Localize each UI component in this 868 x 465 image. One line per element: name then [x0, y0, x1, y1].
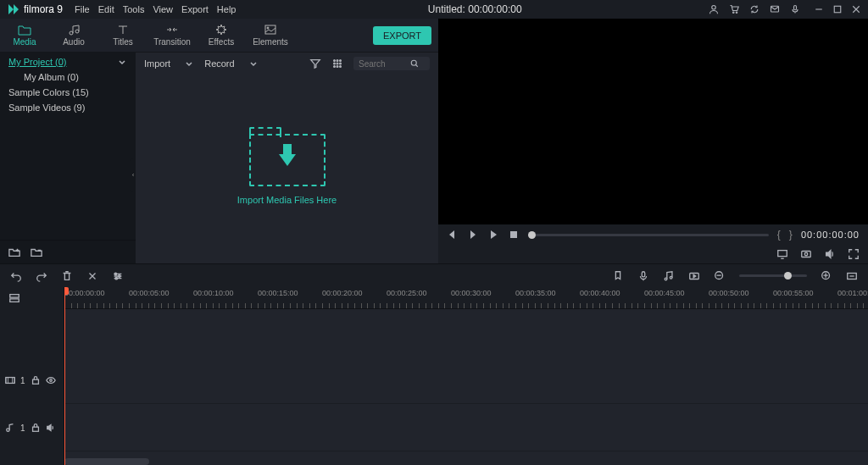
audio-track[interactable]	[64, 404, 868, 451]
stop-icon[interactable]	[508, 229, 520, 241]
mic-icon[interactable]	[790, 4, 800, 14]
tab-titles[interactable]: Titles	[98, 19, 147, 52]
record-dropdown[interactable]: Record	[204, 58, 258, 69]
visibility-icon[interactable]	[46, 375, 56, 385]
tab-transition[interactable]: Transition	[147, 19, 197, 52]
menu-help[interactable]: Help	[217, 4, 236, 14]
menu-view[interactable]: View	[153, 4, 173, 14]
chevron-down-icon	[248, 58, 259, 69]
tree-actions	[0, 240, 136, 263]
refresh-icon[interactable]	[749, 4, 760, 14]
step-back-icon[interactable]	[467, 229, 479, 241]
preview-viewport[interactable]	[438, 19, 868, 224]
tree-sample-colors[interactable]: Sample Colors (15)	[0, 85, 136, 100]
svg-point-26	[115, 277, 118, 280]
zoom-in-icon[interactable]	[821, 270, 832, 282]
svg-rect-20	[510, 231, 517, 238]
svg-point-10	[334, 60, 336, 62]
filter-icon[interactable]	[309, 58, 321, 69]
tree-videos-label: Sample Videos (9)	[8, 102, 85, 113]
audio-mixer-icon[interactable]	[663, 270, 675, 282]
maximize-icon[interactable]	[832, 4, 843, 14]
track-manager-button[interactable]	[0, 287, 64, 309]
zoom-fit-icon[interactable]	[846, 270, 858, 282]
ruler-tick: 00:00:45:00	[644, 287, 709, 308]
drop-label: Import Media Files Here	[237, 195, 337, 205]
tab-audio[interactable]: Audio	[49, 19, 98, 52]
play-icon[interactable]	[487, 229, 499, 241]
quality-icon[interactable]	[776, 248, 788, 260]
tab-effects[interactable]: Effects	[197, 19, 246, 52]
mute-icon[interactable]	[46, 423, 56, 433]
mark-out-icon[interactable]: }	[789, 229, 793, 241]
svg-point-18	[340, 66, 342, 68]
delete-icon[interactable]	[61, 270, 73, 282]
video-track[interactable]	[64, 357, 868, 404]
tree-sample-videos[interactable]: Sample Videos (9)	[0, 100, 136, 115]
tab-effects-label: Effects	[209, 37, 234, 47]
delete-folder-icon[interactable]	[31, 246, 42, 258]
preview-panel: { } 00:00:00:00	[438, 19, 868, 263]
search-icon	[409, 58, 420, 69]
main-menu: File Edit Tools View Export Help	[70, 4, 241, 14]
layers-icon	[8, 292, 20, 304]
search-input[interactable]	[359, 59, 409, 69]
menu-tools[interactable]: Tools	[123, 4, 145, 14]
lock-icon[interactable]	[31, 375, 41, 385]
svg-rect-37	[32, 379, 38, 384]
volume-icon[interactable]	[824, 248, 836, 260]
svg-rect-5	[834, 6, 841, 13]
redo-icon[interactable]	[36, 270, 47, 282]
grid-view-icon[interactable]	[331, 58, 343, 69]
svg-point-19	[411, 60, 416, 65]
timeline-ruler[interactable]: 00:00:00:00 00:00:05:00 00:00:10:00 00:0…	[64, 287, 868, 309]
fullscreen-icon[interactable]	[848, 248, 860, 260]
menu-export[interactable]: Export	[181, 4, 209, 14]
close-icon[interactable]	[851, 4, 861, 14]
tab-media[interactable]: Media	[0, 19, 49, 52]
import-drop-zone[interactable]: Import Media Files Here	[136, 75, 438, 263]
import-dropdown[interactable]: Import	[144, 58, 194, 69]
ruler-tick: 00:00:05:00	[129, 287, 193, 308]
cart-icon[interactable]	[729, 4, 739, 14]
timeline-tracks[interactable]: 00:00:00:00 00:00:05:00 00:00:10:00 00:0…	[64, 287, 868, 465]
media-browser: ‹ Import Record Import Medi	[136, 53, 438, 263]
audio-track-header[interactable]: 1	[0, 404, 64, 451]
lock-icon[interactable]	[31, 423, 41, 433]
tab-elements[interactable]: Elements	[246, 19, 295, 52]
playback-slider[interactable]	[528, 234, 769, 236]
tree-my-album[interactable]: My Album (0)	[0, 69, 136, 85]
account-icon[interactable]	[709, 4, 719, 14]
svg-rect-4	[794, 6, 797, 10]
horizontal-scrollbar[interactable]	[64, 458, 149, 465]
message-icon[interactable]	[770, 4, 780, 14]
tree-my-project[interactable]: My Project (0)	[0, 54, 136, 69]
zoom-slider[interactable]	[739, 274, 807, 277]
render-icon[interactable]	[688, 270, 700, 282]
split-icon[interactable]	[86, 270, 98, 282]
edit-settings-icon[interactable]	[112, 270, 124, 282]
search-box[interactable]	[353, 57, 430, 70]
menu-file[interactable]: File	[75, 4, 90, 14]
collapse-handle[interactable]: ‹	[131, 158, 136, 192]
marker-icon[interactable]	[612, 270, 624, 282]
prev-frame-icon[interactable]	[447, 229, 459, 241]
svg-rect-21	[778, 251, 787, 257]
brand: filmora 9	[0, 3, 70, 16]
voiceover-icon[interactable]	[637, 270, 649, 282]
chevron-down-icon	[184, 58, 194, 69]
video-track-header[interactable]: 1	[0, 357, 64, 404]
export-button[interactable]: EXPORT	[373, 26, 431, 45]
snapshot-icon[interactable]	[800, 248, 812, 260]
track-area[interactable]	[64, 309, 868, 357]
playhead[interactable]	[64, 287, 65, 465]
minimize-icon[interactable]	[814, 4, 824, 14]
svg-point-14	[337, 63, 338, 64]
ruler-tick: 00:00:20:00	[322, 287, 387, 308]
titlebar: filmora 9 File Edit Tools View Export He…	[0, 0, 868, 19]
zoom-out-icon[interactable]	[714, 270, 726, 282]
menu-edit[interactable]: Edit	[98, 4, 114, 14]
mark-in-icon[interactable]: {	[777, 229, 781, 241]
undo-icon[interactable]	[10, 270, 22, 282]
new-folder-icon[interactable]	[8, 246, 20, 258]
